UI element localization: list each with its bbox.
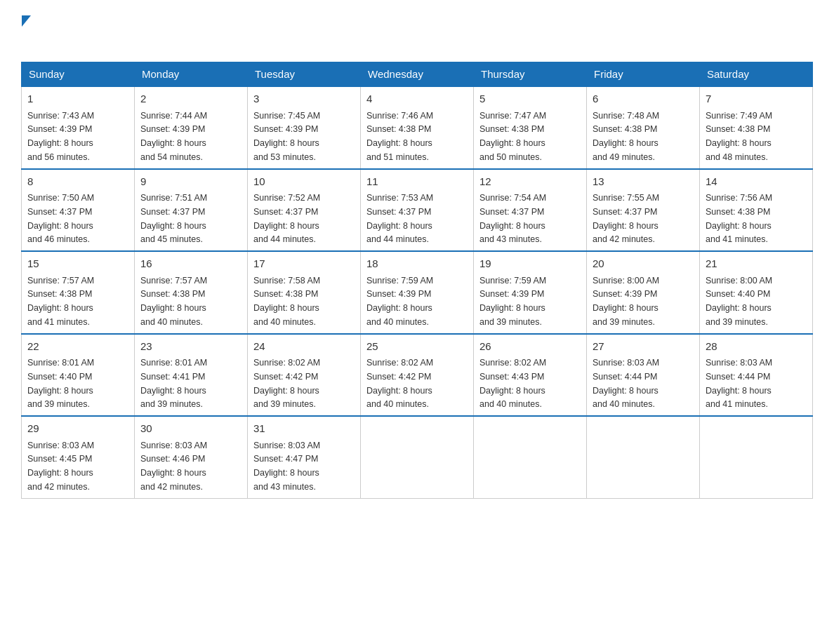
calendar-header: SundayMondayTuesdayWednesdayThursdayFrid…	[22, 62, 813, 87]
week-row-2: 8 Sunrise: 7:50 AMSunset: 4:37 PMDayligh…	[22, 169, 813, 252]
calendar-cell: 16 Sunrise: 7:57 AMSunset: 4:38 PMDaylig…	[135, 251, 248, 334]
calendar-cell: 17 Sunrise: 7:58 AMSunset: 4:38 PMDaylig…	[248, 251, 361, 334]
page-header	[21, 14, 813, 48]
day-info: Sunrise: 8:01 AMSunset: 4:41 PMDaylight:…	[140, 358, 207, 409]
day-number: 21	[706, 256, 807, 272]
calendar-cell: 29 Sunrise: 8:03 AMSunset: 4:45 PMDaylig…	[22, 416, 135, 498]
calendar-table: SundayMondayTuesdayWednesdayThursdayFrid…	[21, 62, 813, 499]
day-info: Sunrise: 7:55 AMSunset: 4:37 PMDaylight:…	[593, 193, 659, 244]
calendar-cell: 2 Sunrise: 7:44 AMSunset: 4:39 PMDayligh…	[135, 86, 248, 169]
logo	[21, 14, 31, 48]
calendar-cell: 1 Sunrise: 7:43 AMSunset: 4:39 PMDayligh…	[22, 86, 135, 169]
day-info: Sunrise: 8:03 AMSunset: 4:44 PMDaylight:…	[593, 358, 659, 409]
day-number: 1	[27, 91, 128, 107]
calendar-cell: 31 Sunrise: 8:03 AMSunset: 4:47 PMDaylig…	[248, 416, 361, 498]
calendar-cell: 27 Sunrise: 8:03 AMSunset: 4:44 PMDaylig…	[587, 334, 700, 417]
calendar-cell: 5 Sunrise: 7:47 AMSunset: 4:38 PMDayligh…	[474, 86, 587, 169]
day-info: Sunrise: 7:57 AMSunset: 4:38 PMDaylight:…	[27, 276, 94, 327]
calendar-cell	[587, 416, 700, 498]
day-number: 19	[479, 256, 581, 272]
day-info: Sunrise: 8:00 AMSunset: 4:40 PMDaylight:…	[706, 276, 772, 327]
day-info: Sunrise: 8:02 AMSunset: 4:42 PMDaylight:…	[366, 358, 433, 409]
calendar-cell: 4 Sunrise: 7:46 AMSunset: 4:38 PMDayligh…	[361, 86, 474, 169]
day-number: 12	[479, 174, 581, 190]
column-header-thursday: Thursday	[474, 62, 587, 87]
day-info: Sunrise: 7:50 AMSunset: 4:37 PMDaylight:…	[27, 193, 94, 244]
calendar-cell: 20 Sunrise: 8:00 AMSunset: 4:39 PMDaylig…	[587, 251, 700, 334]
calendar-cell: 8 Sunrise: 7:50 AMSunset: 4:37 PMDayligh…	[22, 169, 135, 252]
day-info: Sunrise: 7:57 AMSunset: 4:38 PMDaylight:…	[140, 276, 207, 327]
day-number: 8	[27, 174, 128, 190]
day-info: Sunrise: 7:59 AMSunset: 4:39 PMDaylight:…	[479, 276, 546, 327]
calendar-body: 1 Sunrise: 7:43 AMSunset: 4:39 PMDayligh…	[22, 86, 813, 498]
day-number: 18	[366, 256, 468, 272]
calendar-cell: 15 Sunrise: 7:57 AMSunset: 4:38 PMDaylig…	[22, 251, 135, 334]
day-number: 5	[479, 91, 581, 107]
column-header-monday: Monday	[135, 62, 248, 87]
day-info: Sunrise: 7:59 AMSunset: 4:39 PMDaylight:…	[366, 276, 433, 327]
day-info: Sunrise: 7:56 AMSunset: 4:38 PMDaylight:…	[706, 193, 772, 244]
day-number: 15	[27, 256, 128, 272]
column-header-sunday: Sunday	[22, 62, 135, 87]
day-info: Sunrise: 8:02 AMSunset: 4:42 PMDaylight:…	[253, 358, 320, 409]
column-header-tuesday: Tuesday	[248, 62, 361, 87]
day-number: 23	[140, 339, 241, 355]
calendar-cell: 28 Sunrise: 8:03 AMSunset: 4:44 PMDaylig…	[700, 334, 813, 417]
day-info: Sunrise: 7:51 AMSunset: 4:37 PMDaylight:…	[140, 193, 207, 244]
day-number: 28	[706, 339, 807, 355]
calendar-cell	[700, 416, 813, 498]
column-header-wednesday: Wednesday	[361, 62, 474, 87]
day-number: 16	[140, 256, 241, 272]
day-info: Sunrise: 7:48 AMSunset: 4:38 PMDaylight:…	[593, 111, 659, 162]
column-header-friday: Friday	[587, 62, 700, 87]
week-row-1: 1 Sunrise: 7:43 AMSunset: 4:39 PMDayligh…	[22, 86, 813, 169]
day-number: 10	[253, 174, 355, 190]
calendar-cell: 19 Sunrise: 7:59 AMSunset: 4:39 PMDaylig…	[474, 251, 587, 334]
day-info: Sunrise: 7:53 AMSunset: 4:37 PMDaylight:…	[366, 193, 433, 244]
day-number: 4	[366, 91, 468, 107]
calendar-cell: 13 Sunrise: 7:55 AMSunset: 4:37 PMDaylig…	[587, 169, 700, 252]
day-info: Sunrise: 8:03 AMSunset: 4:44 PMDaylight:…	[706, 358, 772, 409]
day-info: Sunrise: 8:03 AMSunset: 4:46 PMDaylight:…	[140, 441, 207, 492]
day-info: Sunrise: 7:45 AMSunset: 4:39 PMDaylight:…	[253, 111, 320, 162]
day-number: 7	[706, 91, 807, 107]
calendar-cell: 18 Sunrise: 7:59 AMSunset: 4:39 PMDaylig…	[361, 251, 474, 334]
day-number: 26	[479, 339, 581, 355]
week-row-3: 15 Sunrise: 7:57 AMSunset: 4:38 PMDaylig…	[22, 251, 813, 334]
calendar-cell: 12 Sunrise: 7:54 AMSunset: 4:37 PMDaylig…	[474, 169, 587, 252]
day-info: Sunrise: 7:47 AMSunset: 4:38 PMDaylight:…	[479, 111, 546, 162]
calendar-cell: 11 Sunrise: 7:53 AMSunset: 4:37 PMDaylig…	[361, 169, 474, 252]
day-info: Sunrise: 8:00 AMSunset: 4:39 PMDaylight:…	[593, 276, 659, 327]
day-info: Sunrise: 8:03 AMSunset: 4:45 PMDaylight:…	[27, 441, 94, 492]
calendar-cell: 30 Sunrise: 8:03 AMSunset: 4:46 PMDaylig…	[135, 416, 248, 498]
day-number: 2	[140, 91, 241, 107]
day-number: 11	[366, 174, 468, 190]
day-info: Sunrise: 7:44 AMSunset: 4:39 PMDaylight:…	[140, 111, 207, 162]
day-number: 27	[593, 339, 694, 355]
day-number: 9	[140, 174, 241, 190]
calendar-cell: 25 Sunrise: 8:02 AMSunset: 4:42 PMDaylig…	[361, 334, 474, 417]
day-number: 25	[366, 339, 468, 355]
day-number: 30	[140, 421, 241, 437]
calendar-cell: 21 Sunrise: 8:00 AMSunset: 4:40 PMDaylig…	[700, 251, 813, 334]
day-number: 24	[253, 339, 355, 355]
logo-arrow-icon	[22, 15, 31, 27]
day-number: 20	[593, 256, 694, 272]
day-number: 31	[253, 421, 355, 437]
day-info: Sunrise: 8:01 AMSunset: 4:40 PMDaylight:…	[27, 358, 94, 409]
day-number: 17	[253, 256, 355, 272]
calendar-cell: 14 Sunrise: 7:56 AMSunset: 4:38 PMDaylig…	[700, 169, 813, 252]
column-header-saturday: Saturday	[700, 62, 813, 87]
day-info: Sunrise: 7:43 AMSunset: 4:39 PMDaylight:…	[27, 111, 94, 162]
day-number: 14	[706, 174, 807, 190]
calendar-cell	[361, 416, 474, 498]
calendar-cell: 9 Sunrise: 7:51 AMSunset: 4:37 PMDayligh…	[135, 169, 248, 252]
calendar-cell: 7 Sunrise: 7:49 AMSunset: 4:38 PMDayligh…	[700, 86, 813, 169]
day-info: Sunrise: 8:03 AMSunset: 4:47 PMDaylight:…	[253, 441, 320, 492]
calendar-cell: 6 Sunrise: 7:48 AMSunset: 4:38 PMDayligh…	[587, 86, 700, 169]
day-info: Sunrise: 7:54 AMSunset: 4:37 PMDaylight:…	[479, 193, 546, 244]
calendar-cell: 23 Sunrise: 8:01 AMSunset: 4:41 PMDaylig…	[135, 334, 248, 417]
week-row-4: 22 Sunrise: 8:01 AMSunset: 4:40 PMDaylig…	[22, 334, 813, 417]
day-info: Sunrise: 7:58 AMSunset: 4:38 PMDaylight:…	[253, 276, 320, 327]
day-number: 29	[27, 421, 128, 437]
